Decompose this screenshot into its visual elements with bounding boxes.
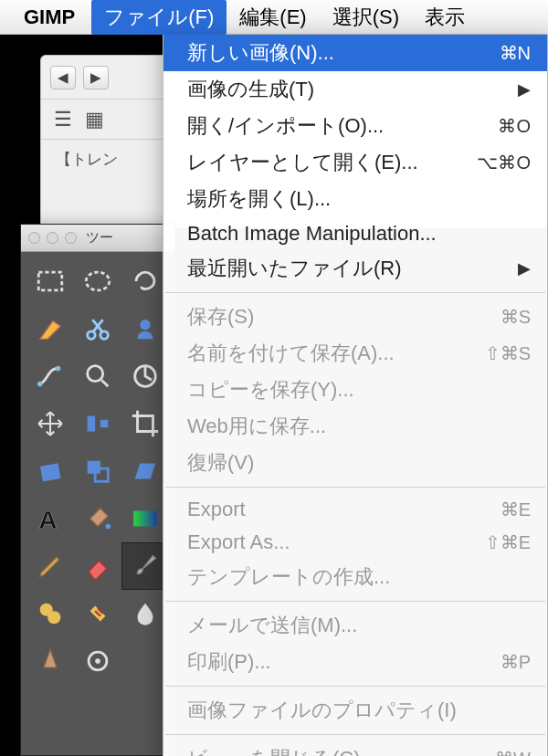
menu-item-3[interactable]: レイヤーとして開く(E)...⌥⌘O	[163, 144, 547, 181]
menu-item-label: メールで送信(M)...	[187, 612, 531, 639]
svg-rect-0	[38, 272, 62, 290]
tool-scale[interactable]	[74, 447, 121, 495]
menu-item-10: コピーを保存(Y)...	[163, 372, 547, 408]
trend-label: 【トレン	[56, 151, 118, 168]
svg-point-1	[86, 272, 110, 290]
svg-point-5	[37, 382, 43, 387]
menu-item-shortcut: ⌥⌘O	[477, 152, 531, 173]
window-min-dot[interactable]	[47, 232, 58, 244]
menu-item-label: 開く/インポート(O)...	[187, 112, 489, 140]
tool-eraser[interactable]	[74, 542, 121, 590]
tool-bucket[interactable]	[74, 495, 121, 542]
menu-item-label: 新しい画像(N)...	[187, 39, 490, 67]
grid-icon[interactable]: ▦	[85, 108, 104, 131]
toolbox-window: ツー A	[20, 224, 175, 756]
svg-point-6	[56, 366, 61, 372]
tool-clone[interactable]	[26, 590, 74, 637]
toolbox-title-text: ツー	[86, 229, 113, 247]
tool-ink[interactable]	[26, 637, 74, 685]
menu-item-label: ビューを閉じる(C)	[187, 745, 486, 756]
menu-item-label: Web用に保存...	[187, 413, 531, 440]
tool-align[interactable]	[74, 400, 121, 447]
menu-item-label: 印刷(P)...	[187, 648, 491, 676]
menu-item-label: 復帰(V)	[187, 449, 531, 477]
window-max-dot[interactable]	[65, 232, 77, 244]
file-menu-dropdown: 新しい画像(N)...⌘N画像の生成(T)▶開く/インポート(O)...⌘Oレイ…	[163, 35, 548, 756]
menu-select[interactable]: 選択(S)	[320, 0, 412, 35]
menu-item-shortcut: ⇧⌘S	[485, 342, 531, 364]
menu-item-label: 場所を開く(L)...	[187, 185, 531, 213]
menu-item-0[interactable]: 新しい画像(N)...⌘N	[163, 35, 547, 71]
book-icon[interactable]: ☰	[54, 108, 72, 131]
menu-item-23: ビューを閉じる(C)⌘W	[163, 740, 547, 756]
nav-back-button[interactable]: ◀	[50, 66, 76, 89]
menu-item-shortcut: ⌘P	[501, 651, 531, 673]
svg-rect-10	[100, 420, 109, 428]
menu-item-shortcut: ⌘W	[495, 748, 531, 756]
menu-item-shortcut: ⇧⌘E	[485, 531, 531, 553]
menu-item-14: Export⌘E	[163, 493, 547, 526]
tool-move[interactable]	[26, 400, 74, 447]
menu-item-shortcut: ⌘S	[501, 306, 531, 328]
svg-point-4	[140, 320, 150, 330]
menu-item-label: レイヤーとして開く(E)...	[187, 149, 468, 176]
menu-view[interactable]: 表示	[412, 0, 478, 35]
tool-ellipse-select[interactable]	[74, 257, 121, 305]
menu-separator	[165, 734, 545, 735]
tool-fuzzy-select[interactable]	[26, 305, 74, 352]
menu-item-2[interactable]: 開く/インポート(O)...⌘O	[163, 108, 547, 144]
menu-item-1[interactable]: 画像の生成(T)▶	[163, 71, 547, 108]
menu-item-label: 最近開いたファイル(R)	[187, 255, 509, 282]
menu-edit[interactable]: 編集(E)	[227, 0, 319, 35]
menu-item-shortcut: ⌘O	[498, 115, 531, 137]
menu-item-label: Export	[187, 498, 491, 521]
menu-separator	[165, 601, 545, 602]
menu-item-4[interactable]: 場所を開く(L)...	[163, 181, 547, 217]
menu-item-5[interactable]: Batch Image Manipulation...	[163, 217, 547, 250]
menu-item-6[interactable]: 最近開いたファイル(R)▶	[163, 250, 547, 287]
tool-rotate[interactable]	[26, 447, 74, 495]
menu-item-19: 印刷(P)...⌘P	[163, 644, 547, 680]
svg-point-7	[88, 366, 103, 382]
menu-item-label: 画像ファイルのプロパティ(I)	[187, 697, 531, 724]
menu-separator	[165, 292, 545, 293]
svg-point-20	[95, 658, 100, 664]
tool-text[interactable]: A	[26, 495, 74, 542]
menu-file[interactable]: ファイル(F)	[91, 0, 227, 35]
submenu-arrow-icon: ▶	[518, 79, 531, 100]
menu-item-label: コピーを保存(Y)...	[187, 376, 531, 404]
menu-item-label: テンプレートの作成...	[187, 563, 531, 591]
tool-heal[interactable]	[74, 590, 121, 637]
menu-item-16: テンプレートの作成...	[163, 559, 547, 595]
menu-item-label: 画像の生成(T)	[187, 76, 509, 103]
toolbox-titlebar[interactable]: ツー	[21, 225, 174, 252]
menu-item-label: Batch Image Manipulation...	[187, 222, 531, 246]
menu-item-21: 画像ファイルのプロパティ(I)	[163, 692, 547, 729]
tool-grid: A	[21, 252, 174, 690]
tool-zoom[interactable]	[74, 352, 121, 400]
tool-rect-select[interactable]	[26, 257, 74, 305]
menu-item-label: Export As...	[187, 530, 476, 554]
nav-forward-button[interactable]: ▶	[83, 66, 109, 89]
menu-separator	[165, 686, 545, 687]
menu-item-shortcut: ⌘E	[501, 499, 531, 520]
app-name[interactable]: GIMP	[24, 5, 75, 29]
menu-item-18: メールで送信(M)...	[163, 607, 547, 644]
svg-point-18	[47, 611, 60, 624]
tool-dodge[interactable]	[74, 637, 121, 685]
menu-item-15: Export As...⇧⌘E	[163, 526, 547, 559]
svg-rect-11	[40, 463, 60, 481]
menu-separator	[165, 487, 545, 488]
menu-item-shortcut: ⌘N	[500, 42, 531, 64]
menubar: GIMP ファイル(F) 編集(E) 選択(S) 表示	[0, 0, 548, 35]
tool-paths[interactable]	[26, 352, 74, 400]
menu-item-8: 保存(S)⌘S	[163, 299, 547, 335]
svg-text:A: A	[38, 505, 57, 534]
submenu-arrow-icon: ▶	[518, 258, 531, 278]
menu-item-9: 名前を付けて保存(A)...⇧⌘S	[163, 335, 547, 372]
tool-pencil[interactable]	[26, 542, 74, 590]
menu-item-11: Web用に保存...	[163, 408, 547, 445]
window-close-dot[interactable]	[28, 232, 40, 244]
tool-scissors[interactable]	[74, 305, 121, 352]
menu-item-label: 名前を付けて保存(A)...	[187, 340, 476, 367]
